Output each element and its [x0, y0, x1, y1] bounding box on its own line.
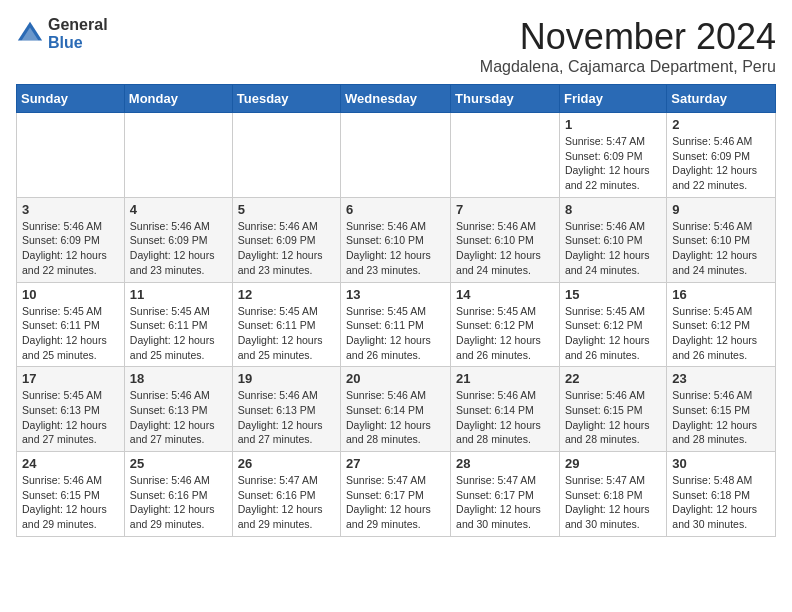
- day-number: 8: [565, 202, 661, 217]
- weekday-header-cell: Monday: [124, 85, 232, 113]
- calendar-day-cell: 2Sunrise: 5:46 AM Sunset: 6:09 PM Daylig…: [667, 113, 776, 198]
- day-info: Sunrise: 5:46 AM Sunset: 6:14 PM Dayligh…: [346, 388, 445, 447]
- calendar-body: 1Sunrise: 5:47 AM Sunset: 6:09 PM Daylig…: [17, 113, 776, 537]
- day-info: Sunrise: 5:46 AM Sunset: 6:13 PM Dayligh…: [130, 388, 227, 447]
- day-number: 19: [238, 371, 335, 386]
- calendar-day-cell: 11Sunrise: 5:45 AM Sunset: 6:11 PM Dayli…: [124, 282, 232, 367]
- weekday-header-cell: Saturday: [667, 85, 776, 113]
- calendar-week-row: 1Sunrise: 5:47 AM Sunset: 6:09 PM Daylig…: [17, 113, 776, 198]
- calendar-day-cell: 8Sunrise: 5:46 AM Sunset: 6:10 PM Daylig…: [559, 197, 666, 282]
- day-info: Sunrise: 5:45 AM Sunset: 6:12 PM Dayligh…: [565, 304, 661, 363]
- day-number: 11: [130, 287, 227, 302]
- day-info: Sunrise: 5:46 AM Sunset: 6:14 PM Dayligh…: [456, 388, 554, 447]
- weekday-header-cell: Tuesday: [232, 85, 340, 113]
- calendar-week-row: 17Sunrise: 5:45 AM Sunset: 6:13 PM Dayli…: [17, 367, 776, 452]
- day-number: 16: [672, 287, 770, 302]
- weekday-header-cell: Friday: [559, 85, 666, 113]
- day-number: 3: [22, 202, 119, 217]
- calendar-week-row: 3Sunrise: 5:46 AM Sunset: 6:09 PM Daylig…: [17, 197, 776, 282]
- day-info: Sunrise: 5:46 AM Sunset: 6:15 PM Dayligh…: [672, 388, 770, 447]
- day-number: 15: [565, 287, 661, 302]
- day-info: Sunrise: 5:45 AM Sunset: 6:12 PM Dayligh…: [456, 304, 554, 363]
- day-info: Sunrise: 5:46 AM Sunset: 6:09 PM Dayligh…: [130, 219, 227, 278]
- day-info: Sunrise: 5:48 AM Sunset: 6:18 PM Dayligh…: [672, 473, 770, 532]
- day-info: Sunrise: 5:46 AM Sunset: 6:10 PM Dayligh…: [346, 219, 445, 278]
- day-number: 22: [565, 371, 661, 386]
- day-info: Sunrise: 5:46 AM Sunset: 6:15 PM Dayligh…: [22, 473, 119, 532]
- calendar-day-cell: 6Sunrise: 5:46 AM Sunset: 6:10 PM Daylig…: [341, 197, 451, 282]
- day-info: Sunrise: 5:47 AM Sunset: 6:16 PM Dayligh…: [238, 473, 335, 532]
- calendar: SundayMondayTuesdayWednesdayThursdayFrid…: [16, 84, 776, 537]
- weekday-header-cell: Thursday: [451, 85, 560, 113]
- calendar-day-cell: [232, 113, 340, 198]
- day-number: 5: [238, 202, 335, 217]
- day-number: 30: [672, 456, 770, 471]
- day-number: 21: [456, 371, 554, 386]
- weekday-header-cell: Sunday: [17, 85, 125, 113]
- day-info: Sunrise: 5:47 AM Sunset: 6:17 PM Dayligh…: [346, 473, 445, 532]
- day-info: Sunrise: 5:47 AM Sunset: 6:17 PM Dayligh…: [456, 473, 554, 532]
- calendar-week-row: 10Sunrise: 5:45 AM Sunset: 6:11 PM Dayli…: [17, 282, 776, 367]
- day-info: Sunrise: 5:45 AM Sunset: 6:12 PM Dayligh…: [672, 304, 770, 363]
- day-number: 14: [456, 287, 554, 302]
- day-number: 18: [130, 371, 227, 386]
- location-title: Magdalena, Cajamarca Department, Peru: [480, 58, 776, 76]
- calendar-day-cell: 21Sunrise: 5:46 AM Sunset: 6:14 PM Dayli…: [451, 367, 560, 452]
- day-number: 1: [565, 117, 661, 132]
- day-info: Sunrise: 5:46 AM Sunset: 6:10 PM Dayligh…: [565, 219, 661, 278]
- day-info: Sunrise: 5:45 AM Sunset: 6:11 PM Dayligh…: [238, 304, 335, 363]
- calendar-day-cell: 13Sunrise: 5:45 AM Sunset: 6:11 PM Dayli…: [341, 282, 451, 367]
- calendar-day-cell: 26Sunrise: 5:47 AM Sunset: 6:16 PM Dayli…: [232, 452, 340, 537]
- calendar-day-cell: [341, 113, 451, 198]
- logo: General Blue: [16, 16, 108, 51]
- day-info: Sunrise: 5:46 AM Sunset: 6:09 PM Dayligh…: [238, 219, 335, 278]
- day-number: 20: [346, 371, 445, 386]
- logo-icon: [16, 20, 44, 48]
- day-number: 23: [672, 371, 770, 386]
- day-info: Sunrise: 5:47 AM Sunset: 6:09 PM Dayligh…: [565, 134, 661, 193]
- day-number: 10: [22, 287, 119, 302]
- calendar-day-cell: 27Sunrise: 5:47 AM Sunset: 6:17 PM Dayli…: [341, 452, 451, 537]
- day-info: Sunrise: 5:45 AM Sunset: 6:11 PM Dayligh…: [22, 304, 119, 363]
- calendar-day-cell: 15Sunrise: 5:45 AM Sunset: 6:12 PM Dayli…: [559, 282, 666, 367]
- day-info: Sunrise: 5:45 AM Sunset: 6:11 PM Dayligh…: [130, 304, 227, 363]
- logo-blue: Blue: [48, 34, 108, 52]
- calendar-day-cell: 10Sunrise: 5:45 AM Sunset: 6:11 PM Dayli…: [17, 282, 125, 367]
- calendar-day-cell: 25Sunrise: 5:46 AM Sunset: 6:16 PM Dayli…: [124, 452, 232, 537]
- calendar-day-cell: 20Sunrise: 5:46 AM Sunset: 6:14 PM Dayli…: [341, 367, 451, 452]
- day-info: Sunrise: 5:46 AM Sunset: 6:16 PM Dayligh…: [130, 473, 227, 532]
- day-info: Sunrise: 5:45 AM Sunset: 6:13 PM Dayligh…: [22, 388, 119, 447]
- calendar-day-cell: [124, 113, 232, 198]
- day-info: Sunrise: 5:46 AM Sunset: 6:13 PM Dayligh…: [238, 388, 335, 447]
- day-number: 9: [672, 202, 770, 217]
- calendar-day-cell: [451, 113, 560, 198]
- month-title: November 2024: [480, 16, 776, 58]
- title-area: November 2024 Magdalena, Cajamarca Depar…: [480, 16, 776, 76]
- day-info: Sunrise: 5:47 AM Sunset: 6:18 PM Dayligh…: [565, 473, 661, 532]
- calendar-day-cell: 9Sunrise: 5:46 AM Sunset: 6:10 PM Daylig…: [667, 197, 776, 282]
- calendar-day-cell: 3Sunrise: 5:46 AM Sunset: 6:09 PM Daylig…: [17, 197, 125, 282]
- day-info: Sunrise: 5:46 AM Sunset: 6:09 PM Dayligh…: [22, 219, 119, 278]
- day-number: 12: [238, 287, 335, 302]
- day-info: Sunrise: 5:45 AM Sunset: 6:11 PM Dayligh…: [346, 304, 445, 363]
- day-number: 17: [22, 371, 119, 386]
- header: General Blue November 2024 Magdalena, Ca…: [16, 16, 776, 76]
- calendar-day-cell: 22Sunrise: 5:46 AM Sunset: 6:15 PM Dayli…: [559, 367, 666, 452]
- calendar-day-cell: 5Sunrise: 5:46 AM Sunset: 6:09 PM Daylig…: [232, 197, 340, 282]
- day-number: 29: [565, 456, 661, 471]
- day-info: Sunrise: 5:46 AM Sunset: 6:10 PM Dayligh…: [672, 219, 770, 278]
- day-info: Sunrise: 5:46 AM Sunset: 6:15 PM Dayligh…: [565, 388, 661, 447]
- calendar-day-cell: 30Sunrise: 5:48 AM Sunset: 6:18 PM Dayli…: [667, 452, 776, 537]
- day-number: 7: [456, 202, 554, 217]
- day-info: Sunrise: 5:46 AM Sunset: 6:10 PM Dayligh…: [456, 219, 554, 278]
- calendar-day-cell: [17, 113, 125, 198]
- day-number: 27: [346, 456, 445, 471]
- logo-text: General Blue: [48, 16, 108, 51]
- calendar-day-cell: 16Sunrise: 5:45 AM Sunset: 6:12 PM Dayli…: [667, 282, 776, 367]
- calendar-day-cell: 28Sunrise: 5:47 AM Sunset: 6:17 PM Dayli…: [451, 452, 560, 537]
- weekday-header: SundayMondayTuesdayWednesdayThursdayFrid…: [17, 85, 776, 113]
- day-number: 6: [346, 202, 445, 217]
- weekday-header-cell: Wednesday: [341, 85, 451, 113]
- calendar-day-cell: 12Sunrise: 5:45 AM Sunset: 6:11 PM Dayli…: [232, 282, 340, 367]
- day-number: 13: [346, 287, 445, 302]
